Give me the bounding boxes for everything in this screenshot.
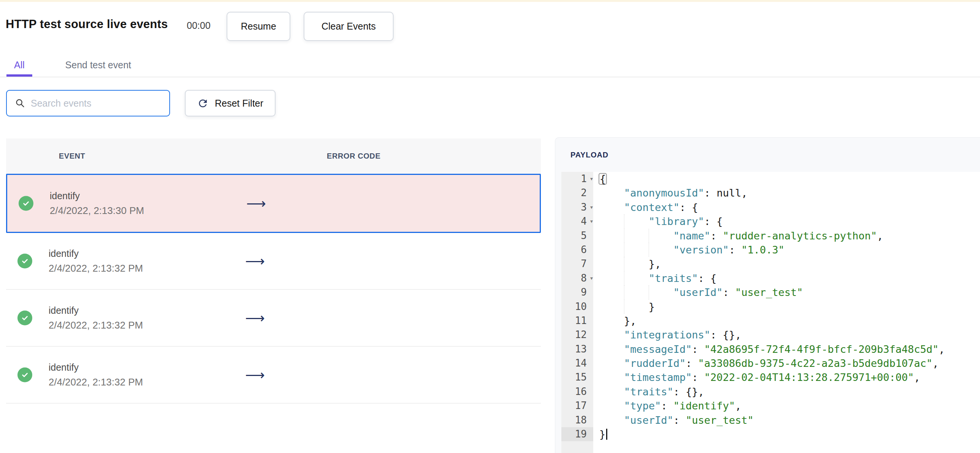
token: "userId" — [673, 286, 723, 298]
line-number: 12 — [562, 328, 593, 342]
token: : — [704, 187, 717, 199]
line-number: 3▾ — [562, 200, 593, 215]
event-list: identify2/4/2022, 2:13:30 PM⟶identify2/4… — [6, 174, 541, 404]
event-row[interactable]: identify2/4/2022, 2:13:30 PM⟶ — [6, 174, 541, 233]
tab-all[interactable]: All — [6, 60, 32, 76]
search-icon — [15, 98, 25, 108]
line-number-value: 16 — [575, 386, 587, 397]
token: , — [877, 230, 883, 242]
indent-guide — [649, 243, 649, 257]
code-content: "traits": { — [593, 271, 980, 285]
line-number: 10 — [562, 300, 593, 314]
token — [599, 372, 624, 383]
event-arrow-icon[interactable]: ⟶ — [246, 196, 266, 211]
line-number: 13 — [562, 342, 593, 356]
indent-guide — [624, 215, 624, 228]
line-number-value: 3 — [581, 202, 587, 213]
code-content: "userId": "user_test" — [593, 413, 980, 427]
token: : { — [704, 216, 723, 227]
event-timestamp: 2/4/2022, 2:13:32 PM — [49, 377, 143, 388]
event-name: identify — [49, 362, 143, 373]
code-line: 6 "version": "1.0.3" — [562, 243, 980, 257]
success-check-icon — [18, 368, 32, 382]
indent-guide — [624, 300, 624, 314]
code-content: "rudderId": "a33086db-9375-4c22-a2a3-b5d… — [593, 356, 980, 370]
token: , — [932, 358, 939, 369]
reset-filter-button[interactable]: Reset Filter — [185, 90, 275, 116]
fold-arrow-icon[interactable]: ▾ — [590, 215, 593, 228]
line-number: 1▾ — [562, 172, 593, 186]
token: : — [661, 400, 674, 412]
line-number: 15 — [562, 370, 593, 384]
event-row[interactable]: identify2/4/2022, 2:13:32 PM⟶ — [6, 347, 541, 404]
line-number: 2 — [562, 186, 593, 200]
token: "1.0.3" — [741, 244, 784, 256]
line-number-value: 17 — [575, 400, 587, 411]
event-arrow-icon[interactable]: ⟶ — [245, 310, 265, 326]
code-line: 13 "messageId": "42a8695f-72f4-4f9f-bfcf… — [562, 342, 980, 356]
code-content: } — [593, 427, 980, 441]
indent-guide — [649, 229, 649, 243]
token: "library" — [649, 216, 704, 227]
code-line: 16 "traits": {}, — [562, 385, 980, 399]
indent-guide — [624, 229, 624, 243]
event-text: identify2/4/2022, 2:13:30 PM — [50, 191, 144, 217]
clear-events-button[interactable]: Clear Events — [304, 12, 394, 41]
code-content: "anonymousId": null, — [593, 186, 980, 200]
token: }, — [599, 258, 661, 270]
tab-send-test-event[interactable]: Send test event — [58, 60, 139, 76]
code-content: { — [593, 172, 980, 186]
token: "identify" — [673, 400, 735, 412]
token: } — [599, 301, 655, 313]
code-line: 14 "rudderId": "a33086db-9375-4c22-a2a3-… — [562, 356, 980, 370]
token: { — [598, 173, 607, 185]
event-arrow-icon[interactable]: ⟶ — [245, 367, 265, 383]
fold-arrow-icon[interactable]: ▾ — [590, 200, 593, 215]
line-number: 6 — [562, 243, 593, 257]
token: : — [729, 244, 741, 256]
token: "integrations" — [624, 329, 711, 341]
success-check-icon — [18, 311, 32, 326]
line-number-value: 4 — [581, 216, 587, 227]
token: , — [939, 343, 945, 355]
events-table: EVENT ERROR CODE identify2/4/2022, 2:13:… — [6, 138, 541, 404]
column-header-event: EVENT — [59, 138, 85, 174]
token — [599, 414, 624, 426]
token: "42a8695f-72f4-4f9f-bfcf-209b3fa48c5d" — [704, 343, 939, 355]
event-row[interactable]: identify2/4/2022, 2:13:32 PM⟶ — [6, 233, 541, 290]
page-title: HTTP test source live events — [6, 17, 168, 31]
code-line: 17 "type": "identify", — [562, 399, 980, 413]
event-row[interactable]: identify2/4/2022, 2:13:32 PM⟶ — [6, 290, 541, 347]
code-line: 4▾ "library": { — [562, 215, 980, 228]
token: : { — [679, 202, 698, 213]
line-number-value: 10 — [575, 301, 587, 312]
token: "type" — [624, 400, 661, 412]
line-number-value: 1 — [581, 173, 587, 184]
json-editor[interactable]: 1▾{2 "anonymousId": null,3▾ "context": {… — [562, 172, 980, 453]
search-input[interactable] — [25, 91, 169, 115]
code-line: 5 "name": "rudder-analytics-python", — [562, 229, 980, 243]
event-name: identify — [49, 305, 143, 316]
fold-arrow-icon[interactable]: ▾ — [590, 271, 593, 285]
token: : {}, — [673, 386, 704, 397]
token: }, — [599, 315, 636, 327]
code-content: }, — [593, 314, 980, 328]
indent-guide — [624, 243, 624, 257]
line-number-value: 11 — [575, 315, 587, 326]
line-number-value: 2 — [581, 187, 587, 199]
line-number-value: 14 — [575, 358, 587, 369]
token: : — [711, 230, 723, 242]
search-box[interactable] — [6, 90, 170, 116]
payload-title: PAYLOAD — [571, 151, 608, 159]
recording-timer: 00:00 — [187, 20, 211, 31]
event-name: identify — [49, 248, 143, 259]
event-arrow-icon[interactable]: ⟶ — [245, 253, 265, 269]
token: : { — [698, 272, 717, 284]
line-number: 7 — [562, 257, 593, 271]
token: "user_test" — [735, 286, 803, 298]
token: "userId" — [624, 414, 673, 426]
code-line: 12 "integrations": {}, — [562, 328, 980, 342]
resume-button[interactable]: Resume — [227, 12, 290, 41]
fold-arrow-icon[interactable]: ▾ — [590, 172, 593, 186]
line-number: 9 — [562, 285, 593, 299]
